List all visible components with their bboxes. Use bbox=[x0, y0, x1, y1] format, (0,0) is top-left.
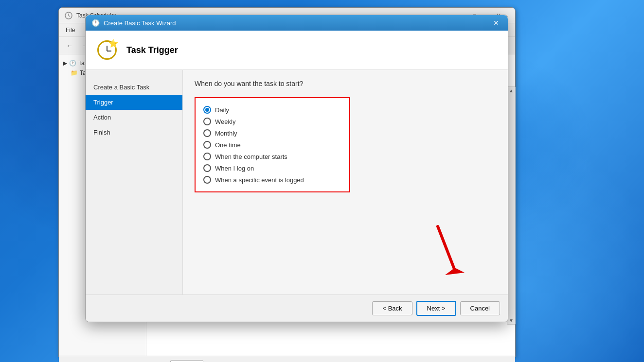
trigger-options-box: Daily Weekly Monthly One time bbox=[195, 97, 350, 192]
wizard-question: When do you want the task to start? bbox=[195, 80, 496, 87]
radio-btn-event[interactable] bbox=[203, 176, 211, 184]
wizard-step-action[interactable]: Action bbox=[86, 110, 182, 125]
radio-label-daily: Daily bbox=[215, 106, 229, 114]
wizard-header: ⭐ Task Trigger bbox=[86, 31, 508, 70]
radio-option-logon[interactable]: When I log on bbox=[203, 162, 341, 174]
scroll-down-arrow[interactable]: ▼ bbox=[508, 317, 515, 324]
scroll-up-arrow[interactable]: ▲ bbox=[508, 87, 515, 94]
radio-option-weekly[interactable]: Weekly bbox=[203, 116, 341, 127]
wizard-close-button[interactable]: ✕ bbox=[490, 17, 502, 29]
radio-option-daily[interactable]: Daily bbox=[203, 104, 341, 116]
clock-icon-small: 🕐 bbox=[69, 60, 76, 67]
radio-btn-onetime[interactable] bbox=[203, 141, 211, 149]
radio-option-computer-starts[interactable]: When the computer starts bbox=[203, 151, 341, 162]
folder-icon: 📁 bbox=[71, 69, 78, 76]
radio-label-event: When a specific event is logged bbox=[215, 176, 304, 184]
radio-option-onetime[interactable]: One time bbox=[203, 139, 341, 151]
wizard-header-title: Task Trigger bbox=[126, 45, 178, 55]
wizard-dialog: 🕐 Create Basic Task Wizard ✕ ⭐ Task Trig… bbox=[85, 15, 508, 322]
wizard-content-area: When do you want the task to start? Dail… bbox=[183, 70, 508, 294]
expand-icon: ▶ bbox=[63, 60, 67, 67]
ts-title-icon bbox=[65, 12, 72, 19]
radio-label-weekly: Weekly bbox=[215, 118, 235, 125]
radio-btn-monthly[interactable] bbox=[203, 129, 211, 137]
arrow-annotation bbox=[195, 222, 496, 285]
wizard-title-bar: 🕐 Create Basic Task Wizard ✕ bbox=[86, 15, 508, 31]
radio-btn-logon[interactable] bbox=[203, 164, 211, 172]
svg-marker-4 bbox=[445, 268, 465, 275]
task-trigger-clock-icon: ⭐ bbox=[97, 40, 117, 60]
radio-btn-computer-starts[interactable] bbox=[203, 153, 211, 160]
wizard-header-icon: ⭐ bbox=[95, 38, 119, 62]
wizard-cancel-button[interactable]: Cancel bbox=[460, 301, 500, 315]
radio-label-logon: When I log on bbox=[215, 165, 254, 172]
wizard-body: Create a Basic Task Trigger Action Finis… bbox=[86, 70, 508, 294]
radio-btn-weekly[interactable] bbox=[203, 118, 211, 125]
radio-option-event[interactable]: When a specific event is logged bbox=[203, 174, 341, 186]
ts-menu-file[interactable]: File bbox=[63, 26, 78, 34]
wizard-step-finish[interactable]: Finish bbox=[86, 125, 182, 140]
wizard-next-button[interactable]: Next > bbox=[416, 301, 456, 316]
wizard-footer: < Back Next > Cancel bbox=[86, 294, 508, 322]
radio-option-monthly[interactable]: Monthly bbox=[203, 127, 341, 139]
svg-line-3 bbox=[438, 226, 455, 270]
ts-status-bar: Last refreshed at 06-01-2025 11:00:29 Re… bbox=[59, 356, 515, 362]
radio-label-monthly: Monthly bbox=[215, 130, 237, 137]
wizard-title-text: Create Basic Task Wizard bbox=[104, 19, 176, 27]
radio-label-onetime: One time bbox=[215, 141, 241, 149]
ts-back-btn[interactable]: ← bbox=[63, 39, 76, 52]
red-arrow-svg bbox=[428, 222, 477, 285]
svg-line-2 bbox=[69, 16, 70, 17]
ts-refresh-button[interactable]: Refresh bbox=[170, 360, 203, 362]
radio-label-computer-starts: When the computer starts bbox=[215, 153, 287, 160]
clock-star-icon: ⭐ bbox=[108, 39, 118, 48]
wizard-back-button[interactable]: < Back bbox=[372, 301, 412, 315]
wizard-step-trigger[interactable]: Trigger bbox=[86, 95, 182, 110]
wizard-title-icon: 🕐 bbox=[91, 19, 100, 27]
radio-btn-daily[interactable] bbox=[203, 106, 211, 114]
wizard-steps-panel: Create a Basic Task Trigger Action Finis… bbox=[86, 70, 183, 294]
wizard-step-create[interactable]: Create a Basic Task bbox=[86, 80, 182, 95]
